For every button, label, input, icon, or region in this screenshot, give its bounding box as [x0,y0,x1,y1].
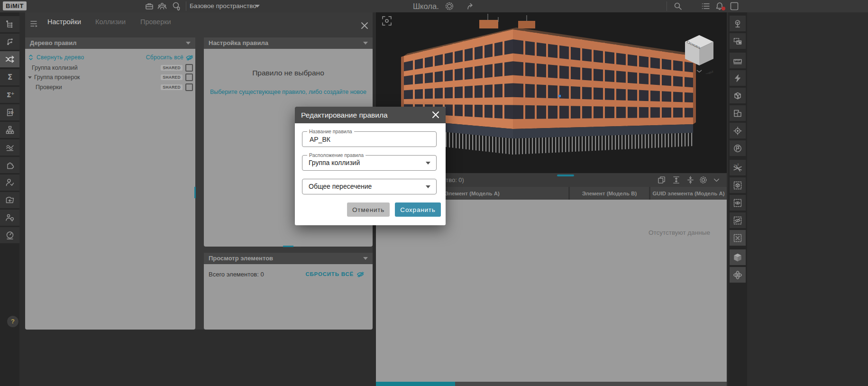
help-button[interactable]: ? [7,316,18,327]
workspace-selector[interactable]: Базовое пространство [190,0,256,12]
elements-view-header[interactable]: Просмотр элементов [204,253,373,264]
rule-settings-title: Настройка правила [209,39,268,46]
rule-location-select[interactable]: Расположение правила Группа коллизий [302,155,437,171]
team-icon[interactable] [157,1,167,11]
tool-cube-section[interactable] [730,88,746,103]
tool-graphs[interactable] [0,139,19,156]
tool-person-location[interactable] [0,210,19,226]
tree-item-checkbox[interactable] [185,83,193,91]
close-panel-icon[interactable] [361,22,368,29]
column-resize-handle[interactable] [194,187,196,198]
tool-locate[interactable] [730,123,746,138]
app-logo[interactable]: BiMiT [3,1,27,10]
svg-text:Σ: Σ [8,73,12,82]
project-title: Школа. [413,0,439,12]
tool-sigma[interactable]: Σ [0,69,19,85]
account-icon[interactable] [730,1,739,11]
column-header-element-b[interactable]: Элемент (Модель B) [570,187,649,200]
tree-item-label: Группа проверок [34,74,161,81]
tool-sheet-2d[interactable]: 2D [0,104,19,120]
total-elements-label: Всего элементов: 0 [209,271,264,278]
tree-item-label: Группа коллизий [32,64,161,71]
eye-off-icon[interactable] [356,271,364,277]
tool-orbit[interactable] [730,267,746,283]
project-settings-gear-icon[interactable] [445,1,454,11]
tab-settings[interactable]: Настройки [47,18,81,29]
tool-cube-solid[interactable] [730,249,746,265]
cancel-button[interactable]: Отменить [347,202,390,217]
copy-icon[interactable] [657,175,666,184]
tool-hide-eye[interactable] [730,212,746,228]
eye-off-icon[interactable] [186,55,193,61]
rule-tree-header[interactable]: Дерево правил [25,37,195,49]
tool-flag[interactable] [730,140,746,156]
tool-cube-dashed[interactable] [730,177,746,193]
navigation-cube[interactable]: Основа Слева [681,30,717,74]
tree-item-checkbox[interactable] [185,64,193,72]
tool-plugin[interactable] [0,157,19,173]
rule-tree-collapse-caret-icon[interactable] [186,42,191,45]
reset-all-link[interactable]: Сбросить всё [146,54,183,61]
tab-collisions[interactable]: Коллизии [95,18,126,29]
tool-select-area[interactable] [730,33,746,49]
tool-clear-selection[interactable] [730,230,746,246]
dialog-close-icon[interactable] [431,110,440,119]
rule-settings-collapse-caret-icon[interactable] [363,42,368,45]
tree-row-checks[interactable]: Проверки SHARED [25,83,195,92]
bottom-scrollbar-thumb[interactable] [376,382,455,386]
tool-sigma-add[interactable]: Σ+ [0,87,19,103]
tool-rule-tree[interactable] [0,16,19,32]
collapse-tree-link[interactable]: Свернуть дерево [37,54,146,61]
share-icon[interactable] [466,1,475,11]
cube-right-face-label: Слева [702,69,713,74]
reset-elements-link[interactable]: СБРОСИТЬ ВСЁ [305,271,354,277]
tool-tree-view[interactable] [730,16,746,31]
portfolio-icon[interactable] [145,1,154,11]
search-icon[interactable] [673,1,683,11]
collapse-vertical-icon[interactable] [686,175,695,184]
viewport-select-icon[interactable] [382,16,392,26]
rule-tree-body: Свернуть дерево Сбросить всё Группа колл… [25,49,195,330]
elements-view-body: Всего элементов: 0 СБРОСИТЬ ВСЁ [204,264,373,330]
edit-rule-dialog: Редактирование правила Название правила … [295,107,446,225]
column-header-guid-a[interactable]: GUID элемента (Модель А) [650,187,727,200]
tree-row-collision-group[interactable]: Группа коллизий SHARED [25,63,195,73]
rule-settings-header[interactable]: Настройка правила [204,37,373,49]
tool-axes-12[interactable]: 12 [730,160,746,175]
results-body: Отсутствуют данные [376,200,727,382]
panel-chevron-down-icon[interactable] [712,175,721,184]
expand-caret-icon[interactable] [28,76,32,79]
select-caret-icon[interactable] [426,162,430,165]
rule-type-select[interactable]: Общее пересечение [302,179,437,194]
rule-name-input[interactable] [309,132,420,147]
elements-view-title: Просмотр элементов [209,255,273,262]
tool-org-chart[interactable] [0,122,19,138]
tool-folder-import[interactable] [0,192,19,208]
results-drag-handle[interactable] [557,175,574,176]
save-button[interactable]: Сохранить [395,202,441,217]
tool-person-check[interactable] [0,175,19,191]
tool-ruler[interactable] [730,53,746,68]
tab-checks[interactable]: Проверки [140,18,171,29]
shield-account-icon[interactable] [172,1,181,11]
panel-resize-handle[interactable] [283,246,293,247]
tree-row-check-group[interactable]: Группа проверок SHARED [25,73,195,82]
expand-vertical-icon[interactable] [672,175,681,184]
select-or-create-rule-link[interactable]: Выберите существующее правило, либо созд… [204,89,373,95]
shared-badge: SHARED [161,84,183,90]
bottom-scrollbar[interactable] [376,382,727,386]
tool-gauge[interactable] [0,227,19,243]
select-caret-icon[interactable] [426,185,430,188]
tool-floorplan[interactable] [730,105,746,121]
results-settings-gear-icon[interactable] [699,175,708,184]
expand-collapse-icon[interactable] [28,54,33,61]
elements-view-collapse-caret-icon[interactable] [363,257,368,260]
list-menu-icon[interactable] [701,1,711,11]
tool-show-eye[interactable] [730,195,746,211]
tool-flash[interactable] [730,70,746,86]
tool-connections[interactable] [0,34,19,50]
tool-collisions-shuffle[interactable] [0,51,19,67]
panel-menu-icon[interactable] [30,20,39,28]
workspace-caret-icon[interactable] [255,5,260,8]
tree-item-checkbox[interactable] [185,74,193,81]
